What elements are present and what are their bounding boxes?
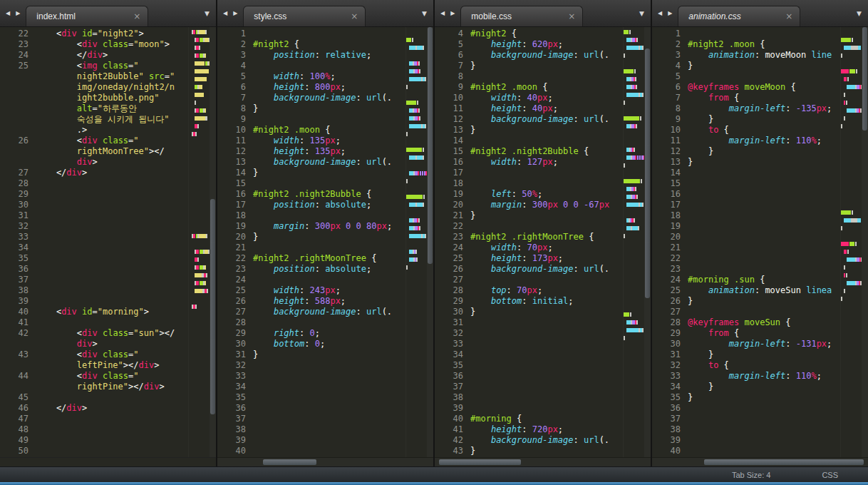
line-number: 28 <box>0 178 36 189</box>
vertical-scrollbar[interactable] <box>644 27 651 457</box>
tab-animation-css[interactable]: animation.css × <box>678 6 800 26</box>
tab-size-indicator[interactable]: Tab Size: 4 <box>732 471 770 479</box>
minimap[interactable] <box>840 27 862 457</box>
line-number: 12 <box>217 146 253 157</box>
line-number: 11 <box>217 136 253 146</box>
editor-panes: ◀ ▶ index.html × ▼ 22 <div id="night2">2… <box>0 0 868 466</box>
minimap-line <box>841 93 862 97</box>
minimap-line <box>406 148 427 152</box>
vertical-scrollbar-thumb[interactable] <box>428 27 433 264</box>
code-area[interactable]: 22 <div id="night2">23 <div class="moon"… <box>0 27 188 457</box>
code-text: animation: moveSun linea <box>688 285 840 296</box>
minimap-line <box>406 38 427 42</box>
line-number: 14 <box>217 168 253 178</box>
horizontal-scrollbar[interactable] <box>435 457 651 466</box>
horizontal-scrollbar-thumb[interactable] <box>263 459 317 465</box>
tab-overflow-icon[interactable]: ▼ <box>854 10 865 17</box>
code-area[interactable]: 4#night2 {5 height: 620px;6 background-i… <box>435 27 623 457</box>
minimap-line <box>189 195 210 199</box>
tab-bar: ◀ ▶ style.css × ▼ <box>217 0 433 27</box>
line-number: 14 <box>652 168 688 178</box>
tab-close-icon[interactable]: × <box>133 11 140 21</box>
next-tab-arrow-icon[interactable]: ▶ <box>665 10 675 16</box>
line-number: 46 <box>0 403 36 414</box>
code-line: 31} <box>217 349 405 360</box>
horizontal-scrollbar[interactable] <box>652 457 868 466</box>
code-line: 30} <box>435 307 623 317</box>
code-text <box>253 275 405 285</box>
code-text <box>253 29 405 39</box>
tab-index-html[interactable]: index.html × <box>26 6 148 26</box>
tab-overflow-icon[interactable]: ▼ <box>202 10 213 17</box>
tab-label: animation.css <box>688 11 780 21</box>
code-line: 33 margin-left: 110%; <box>652 371 840 382</box>
code-line: 25 <img class=" <box>0 61 188 71</box>
horizontal-scrollbar-thumb[interactable] <box>439 459 521 465</box>
code-line: 6 background-image: url(. <box>435 50 623 61</box>
next-tab-arrow-icon[interactable]: ▶ <box>448 10 458 16</box>
code-line: 23 position: absolute; <box>217 264 405 275</box>
vertical-scrollbar-thumb[interactable] <box>862 27 867 131</box>
vertical-scrollbar-thumb[interactable] <box>210 199 215 414</box>
minimap[interactable] <box>188 27 210 457</box>
vertical-scrollbar-thumb[interactable] <box>645 48 650 298</box>
line-number: 32 <box>0 221 36 232</box>
code-line: 17 <box>435 168 623 178</box>
syntax-indicator[interactable]: CSS <box>822 471 838 479</box>
line-number: 27 <box>435 275 470 285</box>
minimap-line <box>406 69 427 73</box>
tab-overflow-icon[interactable]: ▼ <box>419 10 430 17</box>
minimap[interactable] <box>623 27 644 457</box>
minimap-line <box>624 336 644 340</box>
horizontal-scrollbar[interactable] <box>0 457 216 466</box>
prev-tab-arrow-icon[interactable]: ◀ <box>655 10 665 16</box>
minimap-line <box>406 179 427 183</box>
tab-style-css[interactable]: style.css × <box>243 6 366 26</box>
tab-close-icon[interactable]: × <box>351 11 358 21</box>
vertical-scrollbar[interactable] <box>210 27 216 457</box>
minimap-line <box>841 77 862 81</box>
line-number <box>0 114 36 125</box>
next-tab-arrow-icon[interactable]: ▶ <box>13 10 23 16</box>
tab-close-icon[interactable]: × <box>568 11 575 21</box>
minimap-line <box>189 148 210 152</box>
code-line: 2#night2 .moon { <box>652 39 840 50</box>
vertical-scrollbar[interactable] <box>427 27 433 457</box>
code-text: #night2 .night2Bubble { <box>470 146 623 157</box>
minimap[interactable] <box>405 27 427 457</box>
bottom-accent-bar <box>0 482 868 485</box>
code-text <box>470 339 623 349</box>
line-number: 31 <box>435 317 470 328</box>
prev-tab-arrow-icon[interactable]: ◀ <box>220 10 230 16</box>
code-text: width: 127px; <box>470 157 623 168</box>
vertical-scrollbar[interactable] <box>862 27 868 457</box>
code-text: to { <box>688 360 840 371</box>
horizontal-scrollbar-thumb[interactable] <box>704 459 864 465</box>
minimap-line <box>406 93 427 97</box>
prev-tab-arrow-icon[interactable]: ◀ <box>438 10 448 16</box>
next-tab-arrow-icon[interactable]: ▶ <box>230 10 240 16</box>
line-number: 32 <box>217 360 253 371</box>
line-number: 25 <box>652 285 688 296</box>
horizontal-scrollbar[interactable] <box>217 457 433 466</box>
code-text <box>688 424 840 435</box>
code-area[interactable]: 12#night2 {3 position: relative;45 width… <box>217 27 405 457</box>
line-number: 23 <box>217 264 253 275</box>
tab-mobile-css[interactable]: mobile.css × <box>460 6 583 26</box>
tab-close-icon[interactable]: × <box>785 11 792 21</box>
minimap-line <box>624 69 644 73</box>
minimap-line <box>624 226 644 230</box>
prev-tab-arrow-icon[interactable]: ◀ <box>3 10 13 16</box>
line-number: 20 <box>217 232 253 242</box>
tab-label: index.html <box>36 11 128 21</box>
code-line: rightPine"></div> <box>0 382 188 392</box>
code-line: 14} <box>217 168 405 178</box>
code-text <box>688 168 840 178</box>
line-number <box>0 146 36 157</box>
tab-overflow-icon[interactable]: ▼ <box>636 10 648 17</box>
minimap-line <box>624 46 644 50</box>
line-number: 39 <box>0 296 36 307</box>
code-area[interactable]: 12#night2 .moon {3 animation: moveMoon l… <box>652 27 840 457</box>
minimap-line <box>189 30 210 34</box>
minimap-line <box>406 257 427 262</box>
